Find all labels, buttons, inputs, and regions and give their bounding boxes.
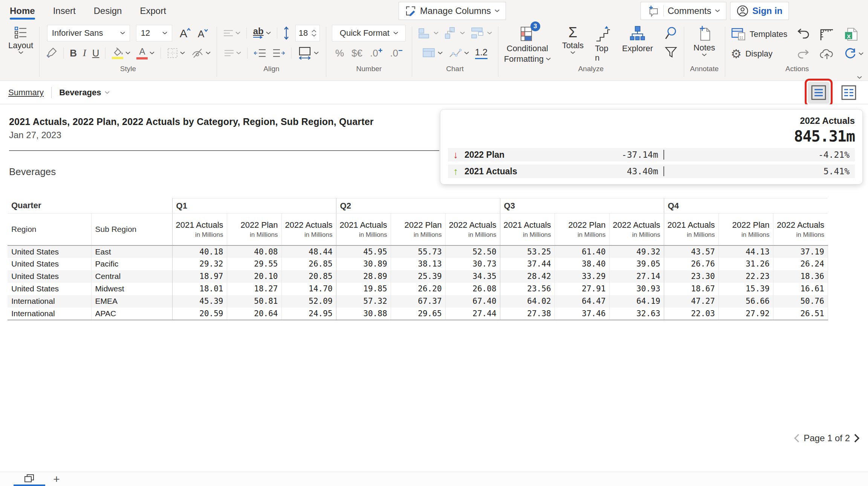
- redo-button[interactable]: [796, 49, 810, 59]
- value-cell[interactable]: 18.36: [773, 270, 828, 283]
- value-cell[interactable]: 30.93: [609, 283, 664, 295]
- display-button[interactable]: ⚙ Display: [731, 48, 787, 60]
- value-cell[interactable]: 30.73: [445, 258, 500, 270]
- wrap-text-button[interactable]: ab: [253, 27, 271, 40]
- sheet-tab-active[interactable]: Beverages: [59, 88, 110, 98]
- quick-format-select[interactable]: Quick Format: [332, 25, 406, 41]
- value-cell[interactable]: 47.27: [664, 295, 718, 308]
- value-cell[interactable]: 56.66: [718, 295, 773, 308]
- fill-color-button[interactable]: [112, 47, 130, 59]
- bar-chart-button[interactable]: [418, 27, 439, 39]
- value-cell[interactable]: 20.59: [172, 308, 227, 320]
- value-cell[interactable]: 20.64: [227, 308, 281, 320]
- metric-header[interactable]: 2021 Actualsin Millions: [336, 213, 391, 245]
- value-cell[interactable]: 55.73: [391, 245, 445, 258]
- metric-header[interactable]: 2022 Planin Millions: [718, 213, 773, 245]
- layout-button[interactable]: Layout: [8, 25, 33, 54]
- value-cell[interactable]: 45.39: [172, 295, 227, 308]
- undo-button[interactable]: [796, 28, 810, 40]
- subregion-cell[interactable]: APAC: [91, 308, 172, 320]
- metric-header[interactable]: 2022 Planin Millions: [555, 213, 609, 245]
- value-cell[interactable]: 26.51: [773, 308, 828, 320]
- value-cell[interactable]: 52.09: [281, 295, 336, 308]
- region-cell[interactable]: United States: [8, 245, 91, 258]
- decrease-decimal-button[interactable]: .0−: [390, 47, 402, 59]
- value-cell[interactable]: 67.37: [391, 295, 445, 308]
- quarter-header-q2[interactable]: Q2: [336, 198, 500, 213]
- metric-header[interactable]: 2022 Actualsin Millions: [609, 213, 664, 245]
- value-cell[interactable]: 20.10: [227, 270, 281, 283]
- region-cell[interactable]: United States: [8, 258, 91, 270]
- quarter-header-q4[interactable]: Q4: [664, 198, 828, 213]
- single-column-view-button[interactable]: [808, 82, 830, 104]
- region-cell[interactable]: United States: [8, 270, 91, 283]
- increase-font-button[interactable]: A: [178, 27, 191, 40]
- value-cell[interactable]: 64.19: [609, 295, 664, 308]
- value-cell[interactable]: 53.25: [500, 245, 555, 258]
- metric-header[interactable]: 2021 Actualsin Millions: [172, 213, 227, 245]
- value-cell[interactable]: 52.50: [445, 245, 500, 258]
- combo-chart-button[interactable]: [471, 27, 492, 39]
- value-cell[interactable]: 30.89: [336, 258, 391, 270]
- value-cell[interactable]: 23.56: [500, 283, 555, 295]
- column-width-button[interactable]: [298, 46, 319, 60]
- value-cell[interactable]: 23.30: [664, 270, 718, 283]
- value-cell[interactable]: 37.46: [555, 308, 609, 320]
- metric-header[interactable]: 2021 Actualsin Millions: [500, 213, 555, 245]
- value-cell[interactable]: 29.32: [172, 258, 227, 270]
- value-cell[interactable]: 27.44: [445, 308, 500, 320]
- notes-button[interactable]: Notes: [694, 25, 715, 56]
- page-tab-active[interactable]: [14, 472, 45, 486]
- currency-format-button[interactable]: $€: [351, 47, 362, 59]
- value-cell[interactable]: 29.65: [391, 308, 445, 320]
- subregion-cell[interactable]: East: [91, 245, 172, 258]
- sheet-link-summary[interactable]: Summary: [8, 88, 44, 98]
- value-cell[interactable]: 18.27: [227, 283, 281, 295]
- font-color-button[interactable]: A: [136, 47, 154, 59]
- value-cell[interactable]: 37.44: [500, 258, 555, 270]
- value-cell[interactable]: 48.44: [281, 245, 336, 258]
- format-painter-button[interactable]: [45, 47, 57, 59]
- decimal-places-button[interactable]: 1.2: [475, 47, 487, 59]
- percent-format-button[interactable]: %: [335, 47, 344, 59]
- sparkline-button[interactable]: [449, 47, 469, 59]
- value-cell[interactable]: 26.85: [281, 258, 336, 270]
- font-size-select[interactable]: 12: [136, 25, 172, 41]
- metric-header[interactable]: 2022 Planin Millions: [391, 213, 445, 245]
- filter-button[interactable]: [665, 46, 677, 58]
- quarter-header-q1[interactable]: Q1: [172, 198, 336, 213]
- table-chart-button[interactable]: [422, 48, 443, 58]
- vertical-align-button[interactable]: [224, 49, 241, 57]
- value-cell[interactable]: 27.91: [555, 283, 609, 295]
- value-cell[interactable]: 26.24: [773, 258, 828, 270]
- previous-page-button[interactable]: [794, 434, 800, 443]
- region-header[interactable]: Region: [8, 213, 91, 245]
- value-cell[interactable]: 16.61: [773, 283, 828, 295]
- value-cell[interactable]: 43.57: [664, 245, 718, 258]
- horizontal-align-button[interactable]: [223, 29, 240, 37]
- value-cell[interactable]: 26.08: [445, 283, 500, 295]
- value-cell[interactable]: 19.85: [336, 283, 391, 295]
- hierarchy-chart-button[interactable]: [445, 27, 465, 40]
- region-cell[interactable]: International: [8, 295, 91, 308]
- value-cell[interactable]: 45.95: [336, 245, 391, 258]
- value-cell[interactable]: 40.08: [227, 245, 281, 258]
- tab-home[interactable]: Home: [10, 0, 35, 21]
- borders-button[interactable]: [167, 47, 185, 59]
- value-cell[interactable]: 18.97: [172, 270, 227, 283]
- font-name-select[interactable]: Inforiver Sans: [47, 25, 130, 41]
- value-cell[interactable]: 50.76: [773, 295, 828, 308]
- clear-formatting-button[interactable]: [191, 47, 211, 59]
- value-cell[interactable]: 38.13: [391, 258, 445, 270]
- value-cell[interactable]: 64.02: [500, 295, 555, 308]
- value-cell[interactable]: 22.23: [718, 270, 773, 283]
- italic-button[interactable]: I: [83, 47, 86, 59]
- value-cell[interactable]: 15.39: [718, 283, 773, 295]
- value-cell[interactable]: 67.40: [445, 295, 500, 308]
- value-cell[interactable]: 28.89: [336, 270, 391, 283]
- tab-design[interactable]: Design: [94, 0, 122, 21]
- value-cell[interactable]: 27.92: [718, 308, 773, 320]
- add-page-button[interactable]: +: [45, 472, 68, 486]
- sign-in-button[interactable]: Sign in: [730, 2, 789, 20]
- value-cell[interactable]: 34.35: [445, 270, 500, 283]
